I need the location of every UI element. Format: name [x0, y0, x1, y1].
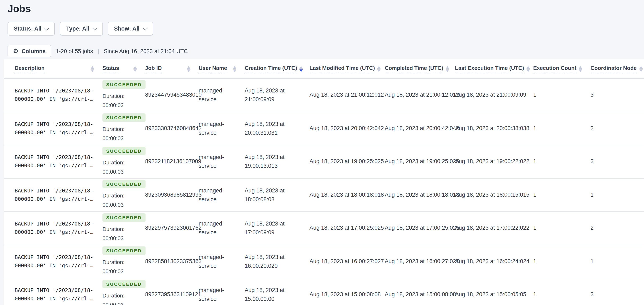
duration-value: 00:00:03	[102, 134, 137, 143]
sort-down-arrow-icon	[233, 69, 236, 72]
job-description[interactable]: BACKUP INTO '/2023/08/18-000000.00' IN '…	[15, 253, 94, 270]
filter-dropdown[interactable]: Show: All	[108, 22, 153, 36]
sort-up-arrow-icon	[134, 66, 137, 68]
completed-time: Aug 18, 2023 at 20:00:42:042	[385, 125, 459, 131]
table-body: BACKUP INTO '/2023/08/18-000000.00' IN '…	[4, 79, 644, 305]
creation-time: Aug 18, 2023 at 19:00:13:013	[245, 153, 294, 170]
execution-count: 1	[533, 192, 536, 198]
execution-count: 1	[533, 92, 536, 98]
user-name: managed-service	[199, 253, 226, 270]
sort-up-arrow-icon	[639, 66, 642, 68]
duration-label: Duration:	[102, 258, 137, 267]
column-header[interactable]: Creation Time (UTC)	[245, 65, 310, 73]
execution-count: 1	[533, 291, 536, 298]
completed-time: Aug 18, 2023 at 15:00:08:08	[385, 291, 456, 298]
column-header-label: Coordinator Node	[590, 65, 637, 73]
table-header-row: Description Status Job ID User Name Crea…	[4, 59, 644, 79]
creation-time: Aug 18, 2023 at 18:00:08:08	[245, 186, 294, 204]
jobs-table: Description Status Job ID User Name Crea…	[4, 59, 644, 305]
sort-icon[interactable]	[91, 66, 94, 72]
status-badge: SUCCEEDED	[102, 80, 146, 89]
sort-icon[interactable]	[639, 66, 642, 72]
duration-label: Duration:	[102, 225, 137, 234]
sort-icon[interactable]	[300, 66, 303, 72]
completed-time: Aug 18, 2023 at 16:00:27:027	[385, 258, 459, 264]
creation-time: Aug 18, 2023 at 21:00:09:09	[245, 86, 294, 104]
coordinator-node: 3	[590, 291, 594, 298]
user-name: managed-service	[199, 86, 226, 104]
column-header[interactable]: Execution Count	[533, 65, 590, 73]
filters: Status: All Type: All Show: All	[8, 22, 644, 36]
sort-up-arrow-icon	[187, 66, 190, 68]
creation-time: Aug 18, 2023 at 17:00:09:09	[245, 219, 294, 237]
filter-dropdown[interactable]: Type: All	[60, 22, 103, 36]
column-header[interactable]: User Name	[199, 65, 245, 73]
last-modified-time: Aug 18, 2023 at 21:00:12:012	[310, 92, 384, 98]
user-name: managed-service	[199, 120, 226, 137]
sort-up-arrow-icon	[579, 66, 582, 68]
column-header[interactable]: Last Modified Time (UTC)	[310, 65, 385, 73]
job-description[interactable]: BACKUP INTO '/2023/08/18-000000.00' IN '…	[15, 87, 94, 104]
table-row: BACKUP INTO '/2023/08/18-000000.00' IN '…	[4, 178, 644, 212]
execution-count: 1	[533, 125, 536, 131]
user-name: managed-service	[199, 153, 226, 170]
job-description[interactable]: BACKUP INTO '/2023/08/18-000000.00' IN '…	[15, 153, 94, 170]
filter-dropdown[interactable]: Status: All	[8, 22, 55, 36]
column-header-label: Execution Count	[533, 65, 576, 73]
table-row: BACKUP INTO '/2023/08/18-000000.00' IN '…	[4, 212, 644, 245]
job-description[interactable]: BACKUP INTO '/2023/08/18-000000.00' IN '…	[15, 187, 94, 203]
coordinator-node: 1	[590, 192, 594, 198]
last-modified-time: Aug 18, 2023 at 19:00:25:025	[310, 158, 384, 165]
sort-icon[interactable]	[187, 66, 190, 72]
page-title: Jobs	[8, 3, 644, 15]
columns-button-label: Columns	[22, 48, 46, 54]
job-description[interactable]: BACKUP INTO '/2023/08/18-000000.00' IN '…	[15, 220, 94, 237]
last-modified-time: Aug 18, 2023 at 17:00:25:025	[310, 225, 384, 231]
sort-icon[interactable]	[579, 66, 582, 72]
sort-up-arrow-icon	[300, 66, 303, 68]
last-execution-time: Aug 18, 2023 at 21:00:09:09	[455, 92, 526, 98]
duration-label: Duration:	[102, 125, 137, 134]
column-header-label: Last Modified Time (UTC)	[310, 65, 375, 73]
sort-up-arrow-icon	[233, 66, 236, 68]
sort-icon[interactable]	[526, 66, 530, 72]
column-header[interactable]: Last Execution Time (UTC)	[455, 65, 533, 73]
sort-down-arrow-icon	[526, 69, 530, 72]
duration-value: 00:00:03	[102, 267, 137, 276]
column-header-label: Status	[102, 65, 119, 73]
toolbar: ⚙ Columns 1-20 of 55 jobs | Since Aug 16…	[8, 45, 644, 57]
last-execution-time: Aug 18, 2023 at 16:00:24:024	[455, 258, 530, 264]
creation-time: Aug 18, 2023 at 20:00:31:031	[245, 120, 294, 137]
completed-time: Aug 18, 2023 at 17:00:25:025	[385, 225, 459, 231]
column-header[interactable]: Status	[102, 65, 145, 73]
job-description[interactable]: BACKUP INTO '/2023/08/18-000000.00' IN '…	[15, 286, 94, 303]
column-header[interactable]: Job ID	[145, 65, 199, 73]
completed-time: Aug 18, 2023 at 18:00:18:018	[385, 192, 459, 198]
sort-icon[interactable]	[134, 66, 137, 72]
sort-icon[interactable]	[378, 66, 381, 72]
sort-down-arrow-icon	[187, 69, 190, 72]
filter-label: Type: All	[66, 26, 90, 32]
sort-icon[interactable]	[233, 66, 236, 72]
status-badge: SUCCEEDED	[102, 213, 146, 222]
column-header[interactable]: Coordinator Node	[590, 65, 644, 73]
column-header[interactable]: Completed Time (UTC)	[385, 65, 455, 73]
job-id: 892344759453483010	[145, 92, 202, 98]
filter-label: Status: All	[14, 26, 42, 32]
duration-value: 00:00:03	[102, 101, 137, 110]
columns-button[interactable]: ⚙ Columns	[8, 45, 51, 57]
coordinator-node: 1	[590, 258, 594, 264]
coordinator-node: 2	[590, 225, 594, 231]
last-modified-time: Aug 18, 2023 at 20:00:42:042	[310, 125, 384, 131]
sort-icon[interactable]	[446, 66, 449, 72]
toolbar-divider: |	[98, 48, 99, 54]
duration-label: Duration:	[102, 291, 137, 300]
sort-up-arrow-icon	[378, 66, 381, 68]
execution-count: 1	[533, 158, 536, 165]
job-description[interactable]: BACKUP INTO '/2023/08/18-000000.00' IN '…	[15, 120, 94, 137]
table-row: BACKUP INTO '/2023/08/18-000000.00' IN '…	[4, 278, 644, 305]
table-row: BACKUP INTO '/2023/08/18-000000.00' IN '…	[4, 245, 644, 278]
column-header[interactable]: Description	[15, 65, 102, 73]
column-header-label: Description	[15, 65, 44, 73]
creation-time: Aug 18, 2023 at 15:00:00:00	[245, 286, 294, 303]
